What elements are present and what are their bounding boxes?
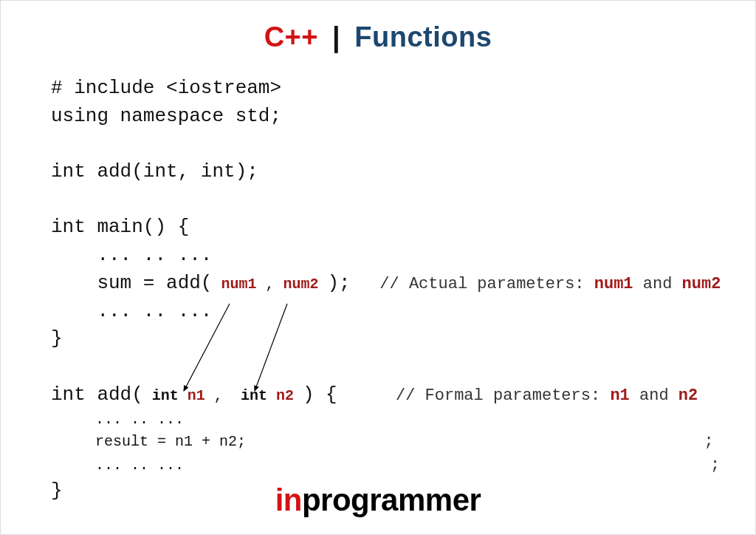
formal-param-n1: n1 bbox=[179, 387, 214, 404]
result-expr: result = n1 + n2; bbox=[51, 433, 246, 450]
comment-text: // Formal parameters: bbox=[337, 386, 611, 405]
code-line: } bbox=[51, 325, 721, 353]
comment-num2: num2 bbox=[682, 275, 721, 293]
actual-param-num1: num1 bbox=[212, 276, 265, 293]
stray-semicolon: ; bbox=[184, 456, 720, 474]
code-line: using namespace std; bbox=[51, 103, 721, 131]
call-close: ); bbox=[327, 272, 350, 294]
formal-param-n2: n2 bbox=[267, 387, 303, 404]
comment-text: and bbox=[630, 386, 678, 405]
page-title: C++ | Functions bbox=[1, 1, 755, 53]
code-line bbox=[51, 353, 721, 381]
comment-actual: // Actual parameters: num1 and num2 bbox=[351, 275, 721, 293]
code-line-result: result = n1 + n2; ; bbox=[51, 430, 721, 454]
title-cpp: C++ bbox=[264, 21, 318, 52]
comma: , bbox=[214, 387, 223, 404]
title-functions: Functions bbox=[354, 21, 492, 52]
brand-rest: programmer bbox=[302, 483, 481, 517]
code-line: # include <iostream> bbox=[51, 75, 721, 103]
code-line: ... .. ... ; bbox=[51, 454, 721, 477]
type-int: int bbox=[223, 387, 267, 404]
code-line: ... .. ... bbox=[51, 242, 721, 270]
stray-semicolon: ; bbox=[246, 432, 714, 451]
code-line: int add(int, int); bbox=[51, 158, 721, 186]
def-close: ) { bbox=[303, 384, 337, 406]
code-line bbox=[51, 130, 721, 158]
brand-in: in bbox=[275, 483, 302, 517]
code-line: ... .. ... bbox=[51, 409, 721, 430]
code-block: # include <iostream> using namespace std… bbox=[51, 75, 721, 505]
comment-text: and bbox=[633, 275, 682, 293]
ellipsis: ... .. ... bbox=[51, 457, 184, 474]
call-prefix: sum = add( bbox=[51, 272, 212, 294]
footer-brand: inprogrammer bbox=[1, 483, 755, 518]
comment-formal: // Formal parameters: n1 and n2 bbox=[337, 386, 698, 405]
def-prefix: int add( bbox=[51, 384, 143, 406]
code-line-call: sum = add( num1 , num2 ); // Actual para… bbox=[51, 270, 721, 298]
title-bar: | bbox=[332, 21, 340, 52]
type-int: int bbox=[143, 387, 179, 404]
comment-text: // Actual parameters: bbox=[351, 275, 594, 293]
comment-num1: num1 bbox=[594, 275, 633, 293]
comment-n1: n1 bbox=[610, 386, 629, 405]
code-line: int main() { bbox=[51, 214, 721, 242]
code-line bbox=[51, 186, 721, 214]
code-line-def: int add( int n1 , int n2 ) { // Formal p… bbox=[51, 381, 721, 409]
comma: , bbox=[265, 276, 274, 293]
comment-n2: n2 bbox=[678, 386, 698, 405]
code-line: ... .. ... bbox=[51, 298, 721, 326]
actual-param-num2: num2 bbox=[274, 276, 327, 293]
